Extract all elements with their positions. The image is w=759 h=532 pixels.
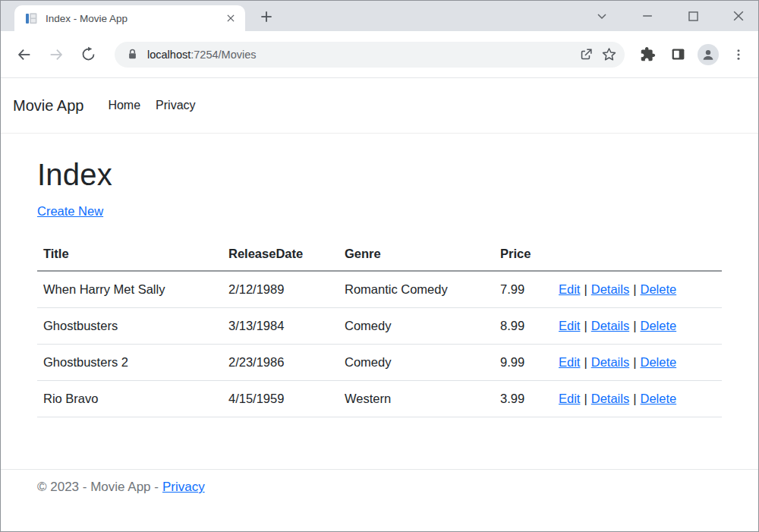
cell-genre: Comedy [339,345,494,381]
copyright-text: © 2023 - Movie App - [37,480,159,494]
minimize-icon[interactable] [638,5,657,27]
header-title: Title [37,238,222,271]
main-content: Index Create New Title ReleaseDate Genre… [1,134,758,469]
forward-icon[interactable] [43,42,69,68]
details-link[interactable]: Details [591,392,629,405]
delete-link[interactable]: Delete [640,319,676,332]
cell-release-date: 2/12/1989 [222,271,339,308]
lock-icon [127,49,138,60]
profile-avatar-icon[interactable] [696,42,720,67]
cell-actions: Edit|Details|Delete [553,271,722,308]
link-separator: | [584,319,587,332]
table-row: Ghostbusters 3/13/1984 Comedy 8.99 Edit|… [37,308,722,345]
cell-price: 3.99 [494,381,553,417]
create-new-link[interactable]: Create New [37,204,103,218]
extensions-puzzle-icon[interactable] [635,42,660,67]
edit-link[interactable]: Edit [559,319,580,332]
url-text: localhost:7254/Movies [147,49,575,61]
cell-title: When Harry Met Sally [37,271,222,308]
url-host: localhost [147,49,191,61]
table-row: When Harry Met Sally 2/12/1989 Romantic … [37,271,722,308]
cell-actions: Edit|Details|Delete [553,308,722,345]
page-title: Index [37,156,722,193]
kebab-menu-icon[interactable] [726,42,751,67]
link-separator: | [633,282,636,296]
cell-title: Rio Bravo [37,381,222,417]
cell-price: 9.99 [494,345,553,381]
tab-title: Index - Movie App [46,13,222,24]
url-path: :7254/Movies [191,49,256,61]
edit-link[interactable]: Edit [559,392,580,405]
details-link[interactable]: Details [591,282,629,296]
cell-price: 7.99 [494,271,553,308]
cell-price: 8.99 [494,308,553,345]
avatar [698,44,719,65]
delete-link[interactable]: Delete [640,282,676,296]
browser-toolbar: localhost:7254/Movies [1,31,758,78]
cell-release-date: 4/15/1959 [222,381,339,417]
cell-genre: Western [339,381,494,417]
toolbar-right-group [635,42,751,67]
header-actions [553,238,722,271]
table-row: Rio Bravo 4/15/1959 Western 3.99 Edit|De… [37,381,722,417]
edit-link[interactable]: Edit [559,355,580,369]
table-header-row: Title ReleaseDate Genre Price [37,238,722,271]
nav-link-home[interactable]: Home [102,93,146,118]
page-content: Movie App Home Privacy Index Create New … [1,78,758,531]
cell-release-date: 3/13/1984 [222,308,339,345]
chevron-down-icon[interactable] [593,5,611,27]
header-release-date: ReleaseDate [222,238,339,271]
new-tab-icon[interactable] [256,6,277,27]
site-footer: © 2023 - Movie App -Privacy [1,469,758,531]
cell-actions: Edit|Details|Delete [553,345,722,381]
tab-close-icon[interactable] [222,10,239,27]
movies-table: Title ReleaseDate Genre Price When Harry… [37,238,722,417]
window-controls [593,1,748,31]
site-navbar: Movie App Home Privacy [1,78,758,134]
link-separator: | [584,392,587,405]
cell-release-date: 2/23/1986 [222,345,339,381]
reload-icon[interactable] [75,42,101,68]
link-separator: | [584,355,587,369]
address-bar[interactable]: localhost:7254/Movies [115,42,625,68]
delete-link[interactable]: Delete [640,355,676,369]
header-price: Price [494,238,553,271]
brand-link[interactable]: Movie App [13,97,83,115]
side-panel-icon[interactable] [666,42,690,67]
cell-genre: Comedy [339,308,494,345]
table-row: Ghostbusters 2 2/23/1986 Comedy 9.99 Edi… [37,345,722,381]
link-separator: | [584,282,587,296]
details-link[interactable]: Details [591,355,629,369]
edit-link[interactable]: Edit [559,282,580,296]
cell-title: Ghostbusters 2 [37,345,222,381]
cell-genre: Romantic Comedy [339,271,494,308]
browser-window: Index - Movie App [0,0,759,532]
table-header: Title ReleaseDate Genre Price [37,238,722,271]
browser-tab[interactable]: Index - Movie App [14,5,245,31]
nav-link-privacy[interactable]: Privacy [150,93,201,118]
maximize-icon[interactable] [684,5,702,27]
link-separator: | [633,319,636,332]
header-genre: Genre [339,238,494,271]
window-close-icon[interactable] [729,5,748,27]
cell-actions: Edit|Details|Delete [553,381,722,417]
delete-link[interactable]: Delete [640,392,676,405]
details-link[interactable]: Details [591,319,629,332]
back-icon[interactable] [11,42,37,68]
favicon [25,12,38,25]
link-separator: | [633,355,636,369]
link-separator: | [633,392,636,405]
share-icon[interactable] [575,43,597,66]
cell-title: Ghostbusters [37,308,222,345]
footer-privacy-link[interactable]: Privacy [162,480,205,494]
bookmark-star-icon[interactable] [597,43,620,66]
tab-bar: Index - Movie App [1,1,758,31]
